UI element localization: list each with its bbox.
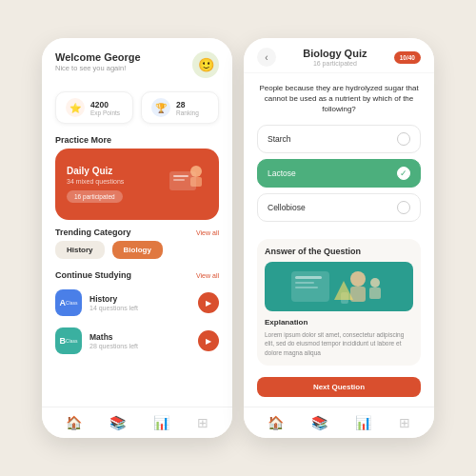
maths-title: Maths	[89, 332, 190, 342]
study-item-maths: BClass Maths 28 questions left ▶	[42, 322, 232, 360]
exp-value: 4200	[90, 100, 120, 109]
avatar: 🙂	[192, 51, 219, 78]
svg-rect-1	[173, 175, 188, 177]
trending-view-all[interactable]: View all	[196, 229, 219, 236]
answer-illustration	[265, 262, 413, 311]
option-starch[interactable]: Starch	[257, 125, 421, 153]
svg-rect-7	[295, 282, 314, 284]
right-nav-books-icon[interactable]: 📚	[311, 415, 327, 430]
svg-point-3	[190, 166, 202, 177]
rank-value: 28	[176, 100, 199, 109]
study-item-history: AClass History 14 questions left ▶	[42, 284, 232, 322]
maths-play-btn[interactable]: ▶	[198, 330, 219, 351]
option-lactose[interactable]: Lactose ✓	[257, 159, 421, 188]
left-phone: Welcome George Nice to see you again! 🙂 …	[42, 38, 232, 438]
question-area: People because they are hydrolyzed sugar…	[244, 73, 434, 233]
svg-rect-8	[295, 287, 318, 288]
right-phone: ‹ Biology Quiz 16 participated 10/40 Peo…	[244, 38, 434, 438]
daily-quiz-title: Daily Quiz	[67, 166, 124, 176]
right-bottom-nav: 🏠 📚 📊 ⊞	[244, 407, 434, 438]
answer-title: Answer of the Question	[265, 247, 413, 256]
quiz-participants: 16 participated	[282, 60, 388, 67]
history-detail: 14 questions left	[89, 305, 190, 311]
right-nav-grid-icon[interactable]: ⊞	[399, 415, 410, 430]
quiz-title: Biology Quiz	[282, 48, 388, 59]
left-bottom-nav: 🏠 📚 📊 ⊞	[42, 407, 232, 438]
svg-rect-2	[173, 179, 185, 181]
svg-point-9	[350, 271, 366, 287]
maths-icon: BClass	[55, 327, 82, 354]
next-question-button[interactable]: Next Question	[257, 377, 421, 397]
exp-stat: ⭐ 4200 Exp Points	[55, 91, 133, 124]
option-cellobiose-label: Cellobiose	[268, 203, 306, 212]
nav-grid-icon[interactable]: ⊞	[197, 415, 208, 430]
trending-label: Trending Category	[55, 228, 131, 237]
continue-view-all[interactable]: View all	[196, 272, 219, 279]
category-row: History Biology	[42, 241, 232, 267]
option-starch-radio	[397, 132, 410, 146]
nav-home-icon[interactable]: 🏠	[66, 415, 82, 430]
stats-row: ⭐ 4200 Exp Points 🏆 28 Ranking	[42, 86, 232, 129]
explanation-text: Explanation Lorem ipsum dolor sit amet, …	[265, 317, 413, 358]
question-text: People because they are hydrolyzed sugar…	[257, 83, 421, 115]
left-header: Welcome George Nice to see you again! 🙂	[42, 38, 232, 86]
history-icon: AClass	[55, 289, 82, 316]
daily-quiz-badge: 16 participated	[67, 190, 123, 203]
explanation-body: Lorem ipsum dolor sit amet, consectetur …	[265, 331, 404, 357]
svg-rect-4	[190, 177, 202, 187]
exp-label: Exp Points	[90, 109, 120, 116]
progress-badge: 10/40	[394, 51, 421, 64]
welcome-title: Welcome George	[55, 51, 141, 63]
trending-header: Trending Category View all	[42, 220, 232, 241]
maths-detail: 28 questions left	[89, 343, 190, 349]
welcome-subtitle: Nice to see you again!	[55, 64, 141, 72]
quiz-illustration	[162, 158, 208, 210]
exp-icon: ⭐	[66, 98, 85, 117]
right-nav-chart-icon[interactable]: 📊	[355, 415, 371, 430]
continue-header: Continue Studying View all	[42, 267, 232, 284]
history-category-btn[interactable]: History	[55, 241, 105, 259]
nav-books-icon[interactable]: 📚	[109, 415, 126, 430]
back-button[interactable]: ‹	[257, 48, 276, 67]
right-header: ‹ Biology Quiz 16 participated 10/40	[244, 38, 434, 73]
rank-icon: 🏆	[151, 98, 170, 117]
right-nav-home-icon[interactable]: 🏠	[268, 415, 284, 430]
svg-rect-6	[295, 276, 322, 279]
nav-chart-icon[interactable]: 📊	[153, 415, 169, 430]
svg-rect-13	[369, 288, 381, 299]
daily-quiz-card[interactable]: Daily Quiz 34 mixed questions 16 partici…	[55, 149, 219, 220]
biology-category-btn[interactable]: Biology	[112, 241, 163, 259]
rank-label: Ranking	[176, 109, 199, 116]
explanation-title: Explanation	[265, 317, 413, 328]
svg-point-12	[370, 278, 380, 288]
rank-stat: 🏆 28 Ranking	[141, 91, 219, 124]
history-title: History	[89, 294, 190, 304]
continue-label: Continue Studying	[55, 270, 131, 280]
option-lactose-label: Lactose	[268, 169, 296, 178]
history-play-btn[interactable]: ▶	[198, 292, 219, 313]
option-cellobiose[interactable]: Cellobiose	[257, 193, 421, 222]
daily-quiz-subtitle: 34 mixed questions	[67, 178, 124, 185]
practice-label: Practice More	[42, 129, 232, 149]
answer-section: Answer of the Question	[257, 239, 421, 366]
option-cellobiose-radio	[397, 201, 410, 214]
option-starch-label: Starch	[268, 134, 291, 144]
option-lactose-radio: ✓	[397, 167, 410, 180]
